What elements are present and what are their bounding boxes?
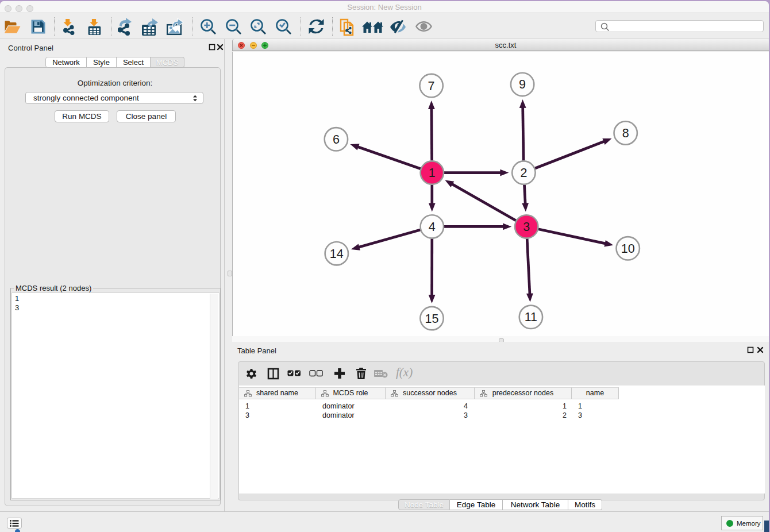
svg-text:11: 11 [525,310,537,324]
svg-text:6: 6 [333,133,340,147]
svg-text:3: 3 [523,220,530,234]
svg-text:2: 2 [520,166,527,180]
svg-text:4: 4 [429,220,436,234]
svg-text:9: 9 [519,78,526,91]
svg-text:1: 1 [429,166,436,180]
svg-text:8: 8 [622,126,629,140]
svg-text:10: 10 [621,242,635,256]
svg-text:14: 14 [330,247,344,261]
svg-text:15: 15 [425,312,439,326]
svg-text:7: 7 [428,79,435,93]
